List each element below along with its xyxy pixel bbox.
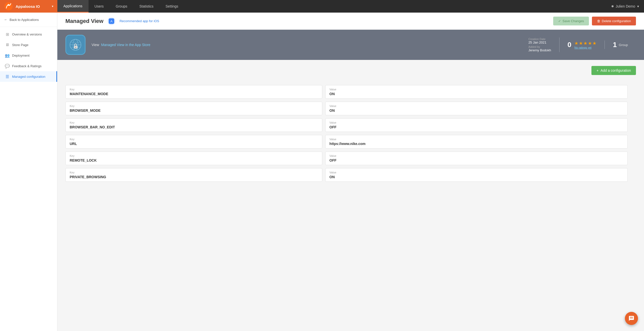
status-dot-icon bbox=[612, 5, 614, 7]
creation-date-value: 25 Jan 2021 bbox=[528, 41, 551, 44]
svg-point-0 bbox=[5, 2, 13, 10]
sidebar-item-feedback[interactable]: 💬 Feedback & Ratings bbox=[0, 61, 57, 71]
table-row: Key MAINTENANCE_MODE Value ON bbox=[65, 85, 636, 99]
chat-icon bbox=[628, 315, 634, 321]
brand-logo-icon bbox=[4, 2, 13, 11]
config-table: Key MAINTENANCE_MODE Value ON Key BROWSE… bbox=[65, 85, 636, 182]
value-value: OFF bbox=[330, 158, 623, 162]
key-label: Key bbox=[70, 154, 318, 157]
table-row: Key REMOTE_LOCK Value OFF bbox=[65, 152, 636, 165]
top-navigation: Appaloosa IO ▾ Applications Users Groups… bbox=[0, 0, 644, 13]
layout: ← Back to Applications ⊞ Overview & vers… bbox=[0, 13, 644, 331]
config-value-field[interactable]: Value ON bbox=[325, 85, 628, 99]
added-by-label: Added by bbox=[528, 45, 551, 48]
nav-items: Applications Users Groups Statistics Set… bbox=[57, 0, 612, 13]
deployment-icon: 👥 bbox=[5, 53, 10, 58]
table-row: Key URL Value https://www.nike.com bbox=[65, 135, 636, 149]
key-label: Key bbox=[70, 88, 318, 91]
key-label: Key bbox=[70, 138, 318, 141]
app-store-link-container: View Managed View in the App Store bbox=[92, 43, 150, 47]
nav-item-statistics[interactable]: Statistics bbox=[133, 0, 159, 13]
app-meta: Creation Date 25 Jan 2021 Added by Jerem… bbox=[520, 38, 636, 52]
value-value: ON bbox=[330, 175, 623, 179]
group-count: 1 bbox=[613, 41, 617, 49]
value-label: Value bbox=[330, 121, 623, 124]
save-label: Save Changes bbox=[562, 19, 584, 23]
key-label: Key bbox=[70, 171, 318, 174]
save-changes-button[interactable]: ✓ Save Changes bbox=[553, 17, 589, 25]
nav-item-applications[interactable]: Applications bbox=[57, 0, 89, 13]
config-key-field[interactable]: Key PRIVATE_BROWSING bbox=[65, 168, 322, 182]
svg-text:A: A bbox=[110, 19, 113, 23]
no-ratings-link[interactable]: No ratings yet bbox=[574, 46, 596, 49]
sidebar-label-managed: Managed configuration bbox=[12, 75, 45, 79]
sidebar-label-overview: Overview & versions bbox=[12, 32, 42, 36]
key-value: URL bbox=[70, 142, 318, 146]
managed-icon: ☰ bbox=[5, 74, 10, 79]
ios-recommended-link[interactable]: Recommended app for iOS bbox=[119, 19, 159, 23]
sidebar-label-feedback: Feedback & Ratings bbox=[12, 64, 42, 68]
config-key-field[interactable]: Key URL bbox=[65, 135, 322, 149]
back-arrow-icon: ← bbox=[4, 18, 8, 22]
user-name: Julien Demo bbox=[616, 4, 635, 8]
value-label: Value bbox=[330, 138, 623, 141]
table-row: Key PRIVATE_BROWSING Value ON bbox=[65, 168, 636, 182]
brand-chevron-icon: ▾ bbox=[52, 5, 53, 8]
nav-item-settings[interactable]: Settings bbox=[159, 0, 184, 13]
config-value-field[interactable]: Value ON bbox=[325, 102, 628, 115]
config-value-field[interactable]: Value https://www.nike.com bbox=[325, 135, 628, 149]
ratings-section: 0 ★ ★ ★ ★ ★ No ratings yet bbox=[559, 41, 605, 49]
app-icon bbox=[65, 35, 86, 55]
value-label: Value bbox=[330, 154, 623, 157]
star-1-icon: ★ bbox=[574, 41, 578, 46]
chat-button[interactable] bbox=[625, 312, 638, 325]
key-value: BROWSER_MODE bbox=[70, 108, 318, 113]
group-label: Group bbox=[619, 43, 628, 47]
config-key-field[interactable]: Key MAINTENANCE_MODE bbox=[65, 85, 322, 99]
sidebar: ← Back to Applications ⊞ Overview & vers… bbox=[0, 13, 57, 331]
add-configuration-button[interactable]: + Add a configuration bbox=[591, 66, 636, 75]
value-value: ON bbox=[330, 108, 623, 113]
config-key-field[interactable]: Key BROWSER_MODE bbox=[65, 102, 322, 115]
value-label: Value bbox=[330, 88, 623, 91]
key-label: Key bbox=[70, 104, 318, 107]
config-key-field[interactable]: Key BROWSER_BAR_NO_EDIT bbox=[65, 118, 322, 132]
content-area: + Add a configuration Key MAINTENANCE_MO… bbox=[57, 60, 644, 331]
app-store-link[interactable]: Managed View in the App Store bbox=[101, 43, 150, 47]
view-prefix: View bbox=[92, 43, 99, 47]
sidebar-item-managed[interactable]: ☰ Managed configuration bbox=[0, 71, 57, 82]
header-actions: ✓ Save Changes 🗑 Delete configuration bbox=[553, 17, 636, 25]
config-value-field[interactable]: Value OFF bbox=[325, 118, 628, 132]
back-to-applications[interactable]: ← Back to Applications bbox=[0, 13, 57, 27]
config-value-field[interactable]: Value OFF bbox=[325, 152, 628, 165]
creation-date-label: Creation Date bbox=[528, 38, 551, 41]
star-5-icon: ★ bbox=[592, 41, 596, 46]
key-value: BROWSER_BAR_NO_EDIT bbox=[70, 125, 318, 129]
checkmark-icon: ✓ bbox=[558, 19, 561, 23]
star-2-icon: ★ bbox=[579, 41, 583, 46]
config-value-field[interactable]: Value ON bbox=[325, 168, 628, 182]
store-icon: 🖥 bbox=[5, 43, 10, 47]
value-label: Value bbox=[330, 171, 623, 174]
nav-item-users[interactable]: Users bbox=[89, 0, 110, 13]
trash-icon: 🗑 bbox=[597, 19, 600, 23]
stars: ★ ★ ★ ★ ★ bbox=[574, 41, 596, 46]
main-content: Managed View A Recommended app for iOS ✓… bbox=[57, 13, 644, 331]
page-title: Managed View bbox=[65, 18, 103, 24]
brand-area[interactable]: Appaloosa IO ▾ bbox=[0, 0, 57, 13]
user-chevron-icon: ▾ bbox=[637, 4, 639, 8]
table-row: Key BROWSER_BAR_NO_EDIT Value OFF bbox=[65, 118, 636, 132]
sidebar-label-store: Store Page bbox=[12, 43, 28, 47]
value-label: Value bbox=[330, 104, 623, 107]
brand-name: Appaloosa IO bbox=[16, 4, 40, 9]
nav-item-groups[interactable]: Groups bbox=[110, 0, 133, 13]
sidebar-item-store[interactable]: 🖥 Store Page bbox=[0, 40, 57, 50]
sidebar-item-overview[interactable]: ⊞ Overview & versions bbox=[0, 29, 57, 40]
delete-config-button[interactable]: 🗑 Delete configuration bbox=[592, 17, 636, 25]
config-key-field[interactable]: Key REMOTE_LOCK bbox=[65, 152, 322, 165]
svg-point-1 bbox=[8, 4, 9, 6]
app-badge-icon: A bbox=[107, 17, 115, 25]
overview-icon: ⊞ bbox=[5, 32, 10, 36]
groups-section: 1 Group bbox=[605, 41, 636, 49]
sidebar-item-deployment[interactable]: 👥 Deployment bbox=[0, 50, 57, 61]
